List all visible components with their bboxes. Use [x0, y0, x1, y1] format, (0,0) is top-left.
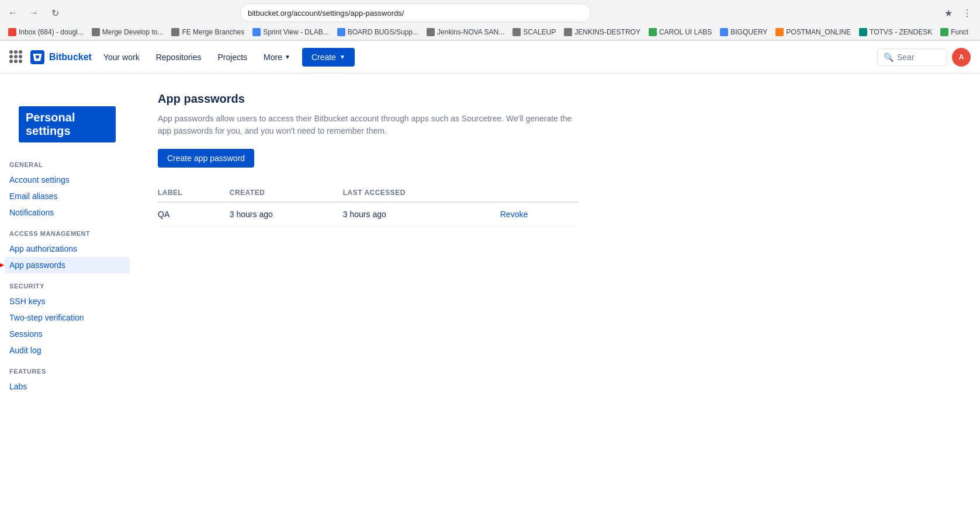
- bookmark-label-sprint: Sprint View - DLAB...: [263, 28, 329, 36]
- bookmark-favicon-fe: [171, 28, 179, 36]
- bookmark-label-carol: CAROL UI LABS: [659, 28, 712, 36]
- address-text: bitbucket.org/account/settings/app-passw…: [248, 9, 404, 18]
- search-icon: 🔍: [884, 53, 894, 62]
- sidebar-section-label-access: ACCESS MANAGEMENT: [0, 221, 134, 241]
- bookmark-favicon-scaleup: [512, 28, 521, 36]
- waffle-icon[interactable]: [9, 50, 23, 64]
- bookmark-totvs[interactable]: TOTVS - ZENDESK: [856, 27, 936, 37]
- header-right: 🔍 Sear A: [877, 48, 971, 67]
- bookmark-star-button[interactable]: ★: [940, 5, 957, 21]
- bookmark-label-fe: FE Merge Branches: [182, 28, 244, 36]
- logo-text: Bitbucket: [49, 52, 92, 62]
- sidebar-section-features: FEATURES Labs: [0, 358, 134, 395]
- sidebar-link-account-settings[interactable]: Account settings: [0, 172, 134, 188]
- revoke-link[interactable]: Revoke: [500, 210, 528, 219]
- address-bar[interactable]: bitbucket.org/account/settings/app-passw…: [240, 4, 591, 22]
- search-label: Sear: [897, 53, 915, 62]
- browser-actions: ★ ⋮: [940, 5, 975, 21]
- search-bar[interactable]: 🔍 Sear: [877, 48, 947, 66]
- main-content: App passwords App passwords allow users …: [134, 74, 980, 505]
- header-left: Bitbucket Your work Repositories Project…: [9, 48, 355, 67]
- bookmark-favicon-totvs: [859, 28, 867, 36]
- bookmark-jenkins-nova[interactable]: Jenkins-NOVA SAN...: [423, 27, 508, 37]
- sidebar-link-app-authorizations[interactable]: App authorizations: [0, 241, 134, 257]
- waffle-dot: [19, 50, 22, 54]
- bookmark-sprint[interactable]: Sprint View - DLAB...: [249, 27, 333, 37]
- bookmark-funct[interactable]: Funct: [937, 27, 972, 37]
- bookmark-inbox[interactable]: Inbox (684) - dougl...: [5, 27, 87, 37]
- bookmark-scaleup[interactable]: SCALEUP: [509, 27, 559, 37]
- sidebar-section-label-general: GENERAL: [0, 152, 134, 172]
- app-nav: Your work Repositories Projects More ▼: [96, 48, 297, 67]
- bookmark-label-inbox: Inbox (684) - dougl...: [19, 28, 84, 36]
- bookmark-bigquery[interactable]: BIGQUERY: [716, 27, 771, 37]
- back-button[interactable]: ←: [5, 5, 21, 21]
- bookmark-favicon-jenkins-nova: [427, 28, 435, 36]
- bookmark-label-merge: Merge Develop to...: [102, 28, 164, 36]
- chevron-down-icon: ▼: [340, 54, 345, 60]
- sidebar-section-access-management: ACCESS MANAGEMENT App authorizations ➤ A…: [0, 221, 134, 273]
- table-col-last-accessed: Last accessed: [343, 184, 500, 202]
- table-body: QA 3 hours ago 3 hours ago Revoke: [158, 202, 579, 227]
- table-col-action: [500, 184, 579, 202]
- sidebar-link-audit-log[interactable]: Audit log: [0, 342, 134, 358]
- bookmark-jenkins-destroy[interactable]: JENKINS-DESTROY: [560, 27, 644, 37]
- bookmark-fe-merge[interactable]: FE Merge Branches: [168, 27, 248, 37]
- sidebar-link-ssh-keys[interactable]: SSH keys: [0, 293, 134, 309]
- refresh-button[interactable]: ↻: [47, 5, 63, 21]
- table-col-created: Created: [230, 184, 343, 202]
- waffle-dot: [14, 55, 18, 58]
- bookmark-postman[interactable]: POSTMAN_ONLINE: [772, 27, 854, 37]
- waffle-dot: [14, 60, 18, 63]
- app-logo[interactable]: Bitbucket: [30, 50, 92, 64]
- sidebar-link-two-step[interactable]: Two-step verification: [0, 309, 134, 326]
- waffle-dot: [19, 60, 22, 63]
- sidebar-section-label-features: FEATURES: [0, 358, 134, 378]
- sidebar-link-app-passwords[interactable]: App passwords: [5, 257, 130, 273]
- content-description: App passwords allow users to access thei…: [158, 113, 579, 137]
- bookmark-favicon-jenkins-destroy: [564, 28, 572, 36]
- waffle-dot: [19, 55, 22, 58]
- app-header: Bitbucket Your work Repositories Project…: [0, 41, 980, 74]
- red-arrow-indicator: ➤: [0, 258, 4, 272]
- nav-more[interactable]: More ▼: [257, 48, 297, 67]
- bookmark-favicon-postman: [775, 28, 784, 36]
- waffle-dot: [9, 55, 13, 58]
- nav-projects[interactable]: Projects: [210, 48, 254, 67]
- bookmark-merge-develop[interactable]: Merge Develop to...: [88, 27, 167, 37]
- browser-menu-button[interactable]: ⋮: [959, 5, 975, 21]
- bookmarks-bar: Inbox (684) - dougl... Merge Develop to.…: [0, 26, 980, 40]
- bookmark-board-bugs[interactable]: BOARD BUGS/Supp...: [334, 27, 422, 37]
- bookmark-label-funct: Funct: [951, 28, 968, 36]
- forward-button[interactable]: →: [26, 5, 42, 21]
- avatar[interactable]: A: [952, 48, 971, 67]
- table-cell-revoke: Revoke: [500, 202, 579, 227]
- sidebar-link-labs[interactable]: Labs: [0, 378, 134, 395]
- create-app-password-button[interactable]: Create app password: [158, 149, 254, 168]
- bookmark-carol[interactable]: CAROL UI LABS: [645, 27, 715, 37]
- bookmark-favicon-carol: [649, 28, 657, 36]
- bookmark-favicon-sprint: [252, 28, 261, 36]
- sidebar-link-sessions[interactable]: Sessions: [0, 326, 134, 342]
- sidebar-app-passwords-row: ➤ App passwords: [0, 257, 134, 273]
- sidebar-link-email-aliases[interactable]: Email aliases: [0, 188, 134, 204]
- waffle-dot: [9, 60, 13, 63]
- table-row: QA 3 hours ago 3 hours ago Revoke: [158, 202, 579, 227]
- table-cell-last-accessed: 3 hours ago: [343, 202, 500, 227]
- page-title: Personal settings: [19, 106, 116, 142]
- content-title: App passwords: [158, 92, 957, 106]
- nav-your-work[interactable]: Your work: [96, 48, 147, 67]
- sidebar-section-security: SECURITY SSH keys Two-step verification …: [0, 273, 134, 358]
- browser-chrome: ← → ↻ bitbucket.org/account/settings/app…: [0, 0, 980, 41]
- bookmark-label-totvs: TOTVS - ZENDESK: [870, 28, 932, 36]
- bitbucket-svg: [33, 53, 42, 62]
- page-container: Personal settings GENERAL Account settin…: [0, 74, 980, 505]
- table-header: Label Created Last accessed: [158, 184, 579, 202]
- bookmark-favicon-inbox: [8, 28, 16, 36]
- sidebar-link-notifications[interactable]: Notifications: [0, 204, 134, 221]
- nav-repositories[interactable]: Repositories: [149, 48, 209, 67]
- chevron-down-icon: ▼: [285, 54, 290, 60]
- sidebar-header: Personal settings: [0, 88, 134, 152]
- create-button[interactable]: Create ▼: [302, 48, 355, 67]
- bookmark-label-jenkins-destroy: JENKINS-DESTROY: [574, 28, 640, 36]
